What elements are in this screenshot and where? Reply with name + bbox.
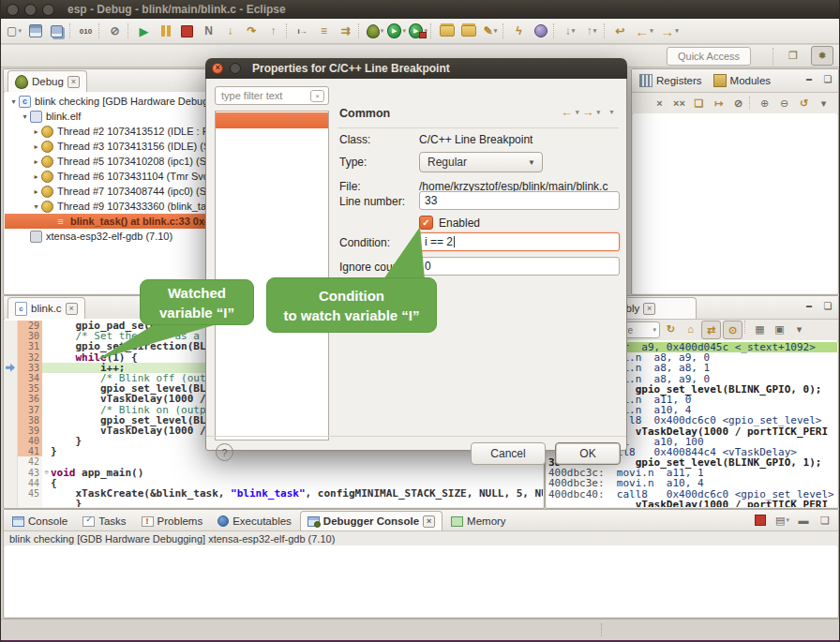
marker-gutter[interactable] [5,405,18,415]
close-icon[interactable] [66,303,78,315]
last-edit-location-icon[interactable]: ↩ [611,22,630,40]
close-icon[interactable] [643,303,655,315]
condition-input[interactable]: i == 2 [419,232,620,251]
suspend-icon[interactable] [157,22,175,40]
remove-all-icon[interactable]: ×× [670,95,688,112]
instruction-stepping-icon[interactable]: ≡ [315,22,334,40]
tab-memory[interactable]: Memory [444,512,513,530]
chevron-down-icon[interactable]: ▾ [576,109,579,116]
fold-icon[interactable] [42,436,51,446]
debug-icon[interactable]: ▾ [366,22,384,40]
maximize-icon[interactable] [821,300,834,311]
help-button[interactable]: ? [216,443,233,461]
minimize-icon[interactable] [802,300,816,311]
fold-icon[interactable] [42,363,51,373]
sphere-icon[interactable] [532,22,550,40]
section-filter[interactable] [216,144,328,160]
fold-icon[interactable]: ⊖ [42,468,51,478]
chevron-down-icon[interactable]: ▾ [597,109,601,116]
binary-file-icon[interactable]: 010 [77,22,96,40]
fold-icon[interactable] [42,341,51,351]
tab-blink-c[interactable]: c blink.c [8,297,85,319]
open-new-view-icon[interactable]: ▦ [751,321,769,337]
dialog-titlebar[interactable]: Properties for C/C++ Line Breakpoint [205,58,627,79]
fold-icon[interactable] [42,405,51,415]
marker-gutter[interactable] [5,331,18,341]
home-icon[interactable]: ⌂ [682,321,699,337]
marker-gutter[interactable] [5,436,18,446]
fold-icon[interactable] [42,488,51,499]
save-all-icon[interactable] [48,22,67,40]
fold-icon[interactable] [42,331,51,341]
marker-gutter[interactable] [5,488,18,499]
window-close-button[interactable] [7,4,19,16]
step-over-icon[interactable]: ↷ [243,22,262,40]
line-number-input[interactable]: 33 [419,191,620,210]
dialog-close-button[interactable] [212,63,223,74]
tab-registers[interactable]: Registers [639,74,702,87]
track-expression-icon[interactable]: ⊙ [723,321,742,339]
filter-input[interactable]: type filter text [215,86,329,105]
toolbar-separator[interactable] [358,23,363,38]
ignore-count-input[interactable]: 0 [419,257,620,276]
expander-icon[interactable]: ▸ [31,157,41,166]
view-menu-icon[interactable]: ▾ [815,95,832,112]
toolbar-separator[interactable] [502,23,507,38]
marker-gutter[interactable] [5,446,18,456]
tab-tasks[interactable]: Tasks [76,512,132,530]
marker-gutter[interactable] [5,499,18,507]
marker-gutter[interactable] [5,394,18,404]
window-minimize-button[interactable] [24,4,37,16]
fold-icon[interactable] [42,415,51,426]
toolbar-separator[interactable] [744,321,749,334]
type-dropdown[interactable]: Regular ▼ [419,152,543,172]
toolbar-separator[interactable] [98,23,103,38]
display-selected-console-icon[interactable]: ▤▾ [773,512,791,529]
maximize-icon[interactable] [821,73,834,84]
run-icon[interactable]: ▾ [387,22,406,40]
expander-icon[interactable]: ▾ [31,202,41,211]
back-icon[interactable]: ← [561,105,573,119]
expand-all-icon[interactable]: ⊕ [756,95,773,112]
window-titlebar[interactable]: esp - Debug - blink/main/blink.c - Eclip… [1,0,840,19]
tab-problems[interactable]: Problems [135,512,210,530]
toolbar-separator[interactable] [128,23,132,38]
fold-icon[interactable] [42,352,51,363]
forward-icon[interactable]: → [582,105,594,119]
close-icon[interactable] [423,515,435,528]
import-icon[interactable]: ↦ [710,95,728,112]
lightning-icon[interactable]: ϟ [510,22,529,40]
minimize-icon[interactable] [802,73,816,84]
section-actions[interactable] [216,128,328,144]
skip-all-breakpoints-icon[interactable]: ⊘ [106,22,125,40]
fold-icon[interactable] [42,446,51,456]
debug-perspective-button[interactable]: ✹ [811,46,833,66]
deselect-icon[interactable]: ⊘ [729,95,747,112]
expander-icon[interactable]: ▸ [31,187,41,196]
marker-gutter[interactable] [5,478,18,488]
expander-icon[interactable]: ▸ [31,172,41,181]
maximize-view-icon[interactable]: ❏ [817,512,834,529]
use-step-filters-icon[interactable]: ⇉ [337,22,355,40]
fold-icon[interactable] [42,426,51,436]
section-common[interactable] [216,112,328,128]
remove-selected-icon[interactable]: × [651,95,668,112]
fold-icon[interactable] [42,321,51,331]
toolbar-separator[interactable] [430,23,435,38]
external-tools-icon[interactable]: ▾ [409,22,428,40]
step-instruction-icon[interactable]: i→ [293,22,312,40]
tab-executables[interactable]: Executables [211,512,298,530]
restore-defaults-icon[interactable]: ↺ [795,95,813,112]
fold-icon[interactable] [42,499,51,507]
tab-modules[interactable]: Modules [713,74,771,87]
step-return-icon[interactable]: ↑ [264,22,283,40]
close-icon[interactable] [68,76,80,88]
dialog-minimize-button[interactable] [230,63,241,74]
toolbar-separator[interactable] [69,23,74,38]
next-annotation-icon[interactable]: ↓▾ [561,22,579,40]
minimize-view-icon[interactable]: ▬ [795,512,813,529]
ok-button[interactable]: OK [555,442,621,465]
marker-gutter[interactable] [5,426,18,436]
open-perspective-icon[interactable]: ❐ [783,47,803,65]
marker-gutter[interactable] [5,383,18,394]
